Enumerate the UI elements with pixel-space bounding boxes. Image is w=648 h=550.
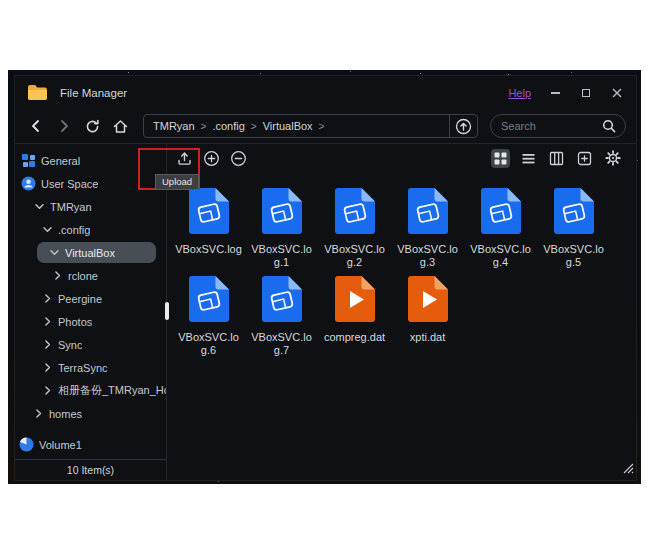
breadcrumb-segment-virtualbox[interactable]: VirtualBox	[263, 120, 313, 132]
sidebar-item-peergine[interactable]: Peergine	[15, 287, 166, 310]
sidebar-item-label: TerraSync	[58, 362, 108, 374]
add-button[interactable]	[202, 149, 221, 168]
sidebar-item-sync[interactable]: Sync	[15, 333, 166, 356]
upload-button[interactable]	[175, 149, 194, 168]
breadcrumb-segment-config[interactable]: .config	[212, 120, 244, 132]
breadcrumb-separator: >	[319, 121, 325, 132]
vbox-log-file-icon	[189, 188, 229, 234]
sidebar-item-photos[interactable]: Photos	[15, 310, 166, 333]
remove-button[interactable]	[229, 149, 248, 168]
column-view-button[interactable]	[547, 149, 566, 168]
grid-view-icon	[493, 151, 508, 166]
home-button[interactable]	[109, 115, 131, 137]
grid-view-button[interactable]	[491, 149, 510, 168]
breadcrumb-segment-tmryan[interactable]: TMRyan	[153, 120, 195, 132]
chevron-right-icon[interactable]	[33, 408, 44, 419]
vbox-log-file-icon	[481, 188, 521, 234]
vbox-log-file-icon	[335, 188, 375, 234]
sidebar: GeneralUser SpaceTMRyan.configVirtualBox…	[15, 144, 167, 480]
sidebar-splitter-handle[interactable]	[165, 302, 169, 320]
back-button[interactable]	[25, 115, 47, 137]
folder-tree: GeneralUser SpaceTMRyan.configVirtualBox…	[15, 144, 166, 459]
refresh-button[interactable]	[81, 115, 103, 137]
back-icon	[28, 118, 44, 134]
chevron-right-icon[interactable]	[52, 270, 63, 281]
chevron-down-icon[interactable]	[49, 247, 60, 258]
chevron-right-icon[interactable]	[42, 385, 53, 396]
vbox-log-file-icon	[262, 276, 302, 322]
file-name: VBoxSVC.log	[172, 243, 245, 256]
go-up-button[interactable]	[449, 115, 477, 137]
sidebar-item-label: Peergine	[58, 293, 102, 305]
chevron-right-icon[interactable]	[42, 339, 53, 350]
plus-box-icon	[577, 151, 592, 166]
forward-button[interactable]	[53, 115, 75, 137]
chevron-down-icon[interactable]	[34, 201, 45, 212]
chevron-right-icon[interactable]	[42, 316, 53, 327]
vbox-log-file-icon	[262, 188, 302, 234]
file-item-vboxsvc-log-2[interactable]: VBoxSVC.log.2	[318, 178, 391, 266]
user-icon	[21, 176, 36, 191]
chevron-right-icon	[42, 385, 53, 396]
sidebar-item-config[interactable]: .config	[15, 218, 166, 241]
file-name: VBoxSVC.log.1	[245, 243, 318, 268]
sidebar-item-volume1[interactable]: Volume1	[15, 433, 166, 456]
close-button[interactable]	[610, 86, 624, 100]
file-name: VBoxSVC.log.6	[172, 331, 245, 356]
sidebar-item-rclone[interactable]: rclone	[15, 264, 166, 287]
new-item-button[interactable]	[575, 149, 594, 168]
sidebar-item-tmryan-hoi[interactable]: 相册备份_TMRyan_Hoi	[15, 379, 166, 402]
file-icon	[554, 188, 594, 238]
sidebar-item-label: TMRyan	[50, 201, 92, 213]
file-name: VBoxSVC.log.3	[391, 243, 464, 268]
file-icon	[335, 276, 375, 326]
list-view-button[interactable]	[519, 149, 538, 168]
sidebar-item-label: Photos	[58, 316, 92, 328]
file-icon	[262, 276, 302, 326]
sidebar-item-label: General	[41, 155, 80, 167]
grid-squares-icon	[21, 153, 36, 168]
sidebar-item-general[interactable]: General	[15, 149, 166, 172]
maximize-button[interactable]	[579, 86, 593, 100]
chevron-right-icon[interactable]	[42, 362, 53, 373]
vbox-log-file-icon	[554, 188, 594, 234]
chevron-down-icon[interactable]	[42, 224, 53, 235]
sidebar-item-label: VirtualBox	[65, 247, 115, 259]
help-link[interactable]: Help	[508, 87, 531, 99]
file-item-vboxsvc-log-5[interactable]: VBoxSVC.log.5	[537, 178, 610, 266]
chevron-down-icon	[42, 224, 53, 235]
file-name: VBoxSVC.log.4	[464, 243, 537, 268]
gear-icon	[605, 150, 621, 166]
file-icon	[262, 188, 302, 238]
breadcrumb-box[interactable]: TMRyan>.config>VirtualBox>	[143, 114, 478, 138]
file-item-vboxsvc-log-3[interactable]: VBoxSVC.log.3	[391, 178, 464, 266]
settings-button[interactable]	[603, 149, 622, 168]
file-item-vboxsvc-log-6[interactable]: VBoxSVC.log.6	[172, 266, 245, 354]
file-item-vboxsvc-log[interactable]: VBoxSVC.log	[172, 178, 245, 266]
search-box	[490, 114, 626, 138]
search-input[interactable]	[501, 120, 601, 132]
view-buttons	[491, 149, 622, 168]
minimize-button[interactable]	[548, 86, 562, 100]
refresh-icon	[84, 118, 101, 135]
resize-handle-icon[interactable]	[622, 460, 634, 478]
screenshot-stage: File Manager Help	[0, 0, 648, 550]
file-item-vboxsvc-log-7[interactable]: VBoxSVC.log.7	[245, 266, 318, 354]
sidebar-item-user-space[interactable]: User Space	[15, 172, 166, 195]
search-icon	[601, 118, 617, 134]
plus-circle-icon	[203, 150, 220, 167]
file-item-vboxsvc-log-4[interactable]: VBoxSVC.log.4	[464, 178, 537, 266]
sidebar-item-homes[interactable]: homes	[15, 402, 166, 425]
sidebar-item-tmryan[interactable]: TMRyan	[15, 195, 166, 218]
chevron-right-icon[interactable]	[42, 293, 53, 304]
file-name: compreg.dat	[321, 331, 388, 344]
file-item-xpti-dat[interactable]: xpti.dat	[391, 266, 464, 354]
sidebar-item-terrasync[interactable]: TerraSync	[15, 356, 166, 379]
sidebar-item-virtualbox[interactable]: VirtualBox	[15, 241, 166, 264]
file-grid: VBoxSVC.logVBoxSVC.log.1VBoxSVC.log.2VBo…	[167, 172, 636, 480]
file-item-vboxsvc-log-1[interactable]: VBoxSVC.log.1	[245, 178, 318, 266]
pie-chart-icon	[19, 437, 34, 452]
window-body: GeneralUser SpaceTMRyan.configVirtualBox…	[15, 144, 636, 480]
chevron-down-icon	[34, 201, 45, 212]
file-item-compreg-dat[interactable]: compreg.dat	[318, 266, 391, 354]
